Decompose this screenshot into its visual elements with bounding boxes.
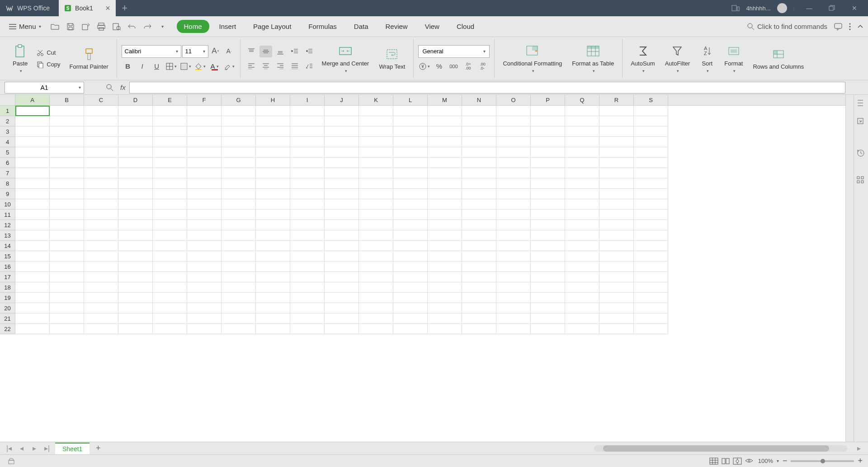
cell-K22[interactable] <box>359 324 393 334</box>
cell-F4[interactable] <box>187 137 222 147</box>
cell-L5[interactable] <box>393 147 428 158</box>
cell-H14[interactable] <box>256 241 290 251</box>
cell-B12[interactable] <box>50 220 84 230</box>
cell-O3[interactable] <box>496 126 531 137</box>
cell-G3[interactable] <box>222 126 256 137</box>
cell-P9[interactable] <box>531 189 565 199</box>
cell-G21[interactable] <box>222 313 256 324</box>
cell-F9[interactable] <box>187 189 222 199</box>
cell-R10[interactable] <box>599 199 634 210</box>
cell-E20[interactable] <box>153 303 187 313</box>
cell-G8[interactable] <box>222 178 256 189</box>
cell-F17[interactable] <box>187 272 222 282</box>
cell-L17[interactable] <box>393 272 428 282</box>
cell-R2[interactable] <box>599 116 634 126</box>
cell-E6[interactable] <box>153 158 187 168</box>
cell-I5[interactable] <box>290 147 325 158</box>
cell-F13[interactable] <box>187 230 222 241</box>
column-header-H[interactable]: H <box>256 95 290 105</box>
cell-B3[interactable] <box>50 126 84 137</box>
cell-D4[interactable] <box>118 137 153 147</box>
cell-I14[interactable] <box>290 241 325 251</box>
number-format-select[interactable]: General ▾ <box>418 45 490 58</box>
cell-Q5[interactable] <box>565 147 599 158</box>
cell-N20[interactable] <box>462 303 496 313</box>
cell-Q17[interactable] <box>565 272 599 282</box>
cell-S16[interactable] <box>634 262 668 272</box>
cell-M7[interactable] <box>428 168 462 178</box>
cell-P2[interactable] <box>531 116 565 126</box>
cell-P13[interactable] <box>531 230 565 241</box>
cell-P20[interactable] <box>531 303 565 313</box>
collapse-ribbon-icon[interactable] <box>857 24 863 29</box>
cell-H1[interactable] <box>256 106 290 116</box>
cell-G9[interactable] <box>222 189 256 199</box>
cell-E8[interactable] <box>153 178 187 189</box>
cell-E14[interactable] <box>153 241 187 251</box>
cell-M2[interactable] <box>428 116 462 126</box>
cell-M20[interactable] <box>428 303 462 313</box>
cell-G15[interactable] <box>222 251 256 262</box>
cell-F8[interactable] <box>187 178 222 189</box>
cell-C6[interactable] <box>84 158 118 168</box>
rows-columns-button[interactable]: Rows and Columns <box>749 39 807 79</box>
cell-R18[interactable] <box>599 282 634 293</box>
cell-F18[interactable] <box>187 282 222 293</box>
cell-E11[interactable] <box>153 210 187 220</box>
cell-N15[interactable] <box>462 251 496 262</box>
cell-R19[interactable] <box>599 293 634 303</box>
cell-H10[interactable] <box>256 199 290 210</box>
cell-L4[interactable] <box>393 137 428 147</box>
cell-R7[interactable] <box>599 168 634 178</box>
cell-Q14[interactable] <box>565 241 599 251</box>
cell-H22[interactable] <box>256 324 290 334</box>
cell-K4[interactable] <box>359 137 393 147</box>
cell-A5[interactable] <box>15 147 50 158</box>
cell-C1[interactable] <box>84 106 118 116</box>
cell-C7[interactable] <box>84 168 118 178</box>
cell-L15[interactable] <box>393 251 428 262</box>
cell-J18[interactable] <box>325 282 359 293</box>
cell-N6[interactable] <box>462 158 496 168</box>
cell-J5[interactable] <box>325 147 359 158</box>
cell-L12[interactable] <box>393 220 428 230</box>
cell-G16[interactable] <box>222 262 256 272</box>
cell-L6[interactable] <box>393 158 428 168</box>
cell-M15[interactable] <box>428 251 462 262</box>
cell-E10[interactable] <box>153 199 187 210</box>
decrease-font-icon[interactable]: A- <box>223 45 236 57</box>
name-box[interactable]: A1 ▾ <box>5 82 84 93</box>
cell-C20[interactable] <box>84 303 118 313</box>
cell-P8[interactable] <box>531 178 565 189</box>
saveas-icon[interactable] <box>81 22 91 32</box>
align-left-icon[interactable] <box>245 60 258 72</box>
cell-G20[interactable] <box>222 303 256 313</box>
format-button[interactable]: Format <box>721 39 746 79</box>
cell-D19[interactable] <box>118 293 153 303</box>
cell-N1[interactable] <box>462 106 496 116</box>
cell-R20[interactable] <box>599 303 634 313</box>
cell-K8[interactable] <box>359 178 393 189</box>
cell-C21[interactable] <box>84 313 118 324</box>
column-header-P[interactable]: P <box>531 95 565 105</box>
cell-P22[interactable] <box>531 324 565 334</box>
cell-I3[interactable] <box>290 126 325 137</box>
cell-H4[interactable] <box>256 137 290 147</box>
column-header-R[interactable]: R <box>599 95 634 105</box>
cell-O18[interactable] <box>496 282 531 293</box>
cell-S7[interactable] <box>634 168 668 178</box>
cell-N19[interactable] <box>462 293 496 303</box>
cell-E9[interactable] <box>153 189 187 199</box>
cell-J22[interactable] <box>325 324 359 334</box>
cell-G7[interactable] <box>222 168 256 178</box>
cell-H5[interactable] <box>256 147 290 158</box>
cell-style-button[interactable] <box>179 61 192 72</box>
cell-R17[interactable] <box>599 272 634 282</box>
sheet-nav-last-icon[interactable]: ▸| <box>42 444 52 453</box>
sheet-nav-next-icon[interactable]: ▸ <box>30 444 39 453</box>
cell-J8[interactable] <box>325 178 359 189</box>
cell-D5[interactable] <box>118 147 153 158</box>
cell-F22[interactable] <box>187 324 222 334</box>
column-header-O[interactable]: O <box>496 95 531 105</box>
cell-I7[interactable] <box>290 168 325 178</box>
